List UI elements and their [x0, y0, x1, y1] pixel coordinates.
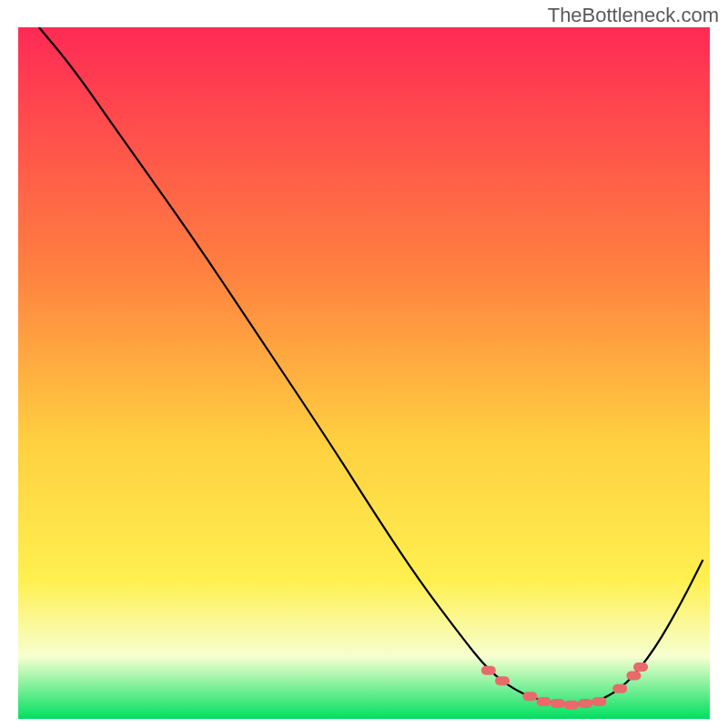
gradient-background [18, 27, 710, 719]
optimal-marker [481, 666, 496, 675]
chart-frame: TheBottleneck.com [0, 0, 728, 728]
optimal-marker [551, 699, 565, 708]
optimal-marker [537, 697, 551, 706]
optimal-marker [633, 662, 648, 672]
optimal-marker [612, 684, 627, 693]
watermark-text: TheBottleneck.com [548, 4, 719, 27]
optimal-marker [495, 676, 510, 685]
optimal-marker [522, 692, 537, 701]
optimal-marker [578, 699, 592, 708]
optimal-marker [564, 701, 579, 710]
optimal-marker [592, 697, 606, 706]
optimal-marker [626, 672, 641, 681]
bottleneck-chart [18, 27, 710, 719]
